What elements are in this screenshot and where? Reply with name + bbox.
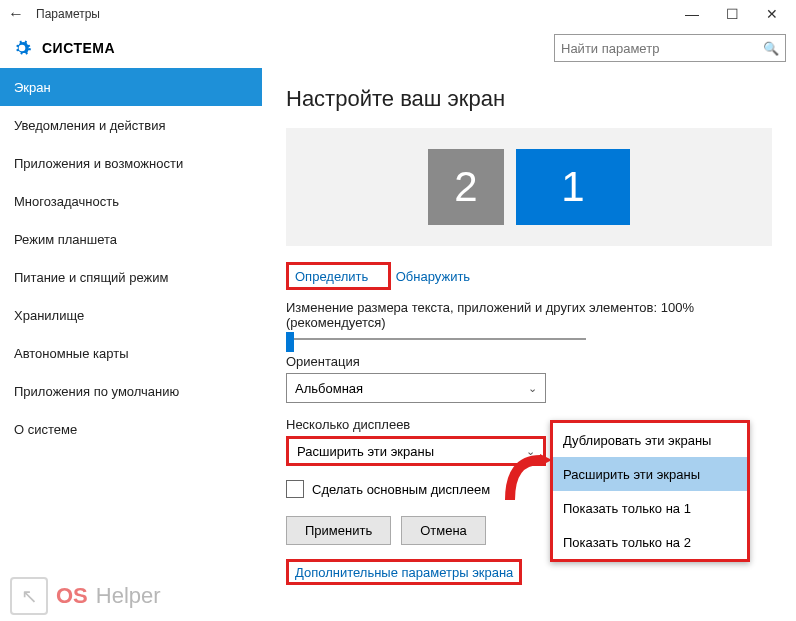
search-icon: 🔍 xyxy=(763,41,779,56)
scale-slider[interactable] xyxy=(286,338,586,340)
monitor-2[interactable]: 2 xyxy=(428,149,504,225)
dropdown-option-duplicate[interactable]: Дублировать эти экраны xyxy=(553,423,747,457)
display-preview[interactable]: 2 1 xyxy=(286,128,772,246)
minimize-button[interactable]: ― xyxy=(672,6,712,22)
sidebar-item-multitasking[interactable]: Многозадачность xyxy=(0,182,262,220)
sidebar-item-tablet[interactable]: Режим планшета xyxy=(0,220,262,258)
detect-link[interactable]: Обнаружить xyxy=(396,269,470,284)
multi-display-select[interactable]: Расширить эти экраны ⌄ xyxy=(286,436,546,466)
scale-label: Изменение размера текста, приложений и д… xyxy=(286,300,772,330)
sidebar-item-apps[interactable]: Приложения и возможности xyxy=(0,144,262,182)
dropdown-option-only-2[interactable]: Показать только на 2 xyxy=(553,525,747,559)
chevron-down-icon: ⌄ xyxy=(526,445,535,458)
apply-button[interactable]: Применить xyxy=(286,516,391,545)
watermark: ↖ OS Helper xyxy=(10,577,161,615)
search-box[interactable]: 🔍 xyxy=(554,34,786,62)
orientation-label: Ориентация xyxy=(286,354,772,369)
maximize-button[interactable]: ☐ xyxy=(712,6,752,22)
sidebar-item-power[interactable]: Питание и спящий режим xyxy=(0,258,262,296)
back-button[interactable]: ← xyxy=(4,5,28,23)
main-display-label: Сделать основным дисплеем xyxy=(312,482,490,497)
sidebar-item-display[interactable]: Экран xyxy=(0,68,262,106)
window-title: Параметры xyxy=(36,7,100,21)
dropdown-option-only-1[interactable]: Показать только на 1 xyxy=(553,491,747,525)
header-title: СИСТЕМА xyxy=(42,40,115,56)
sidebar-item-storage[interactable]: Хранилище xyxy=(0,296,262,334)
cancel-button[interactable]: Отмена xyxy=(401,516,486,545)
close-button[interactable]: ✕ xyxy=(752,6,792,22)
orientation-select[interactable]: Альбомная ⌄ xyxy=(286,373,546,403)
cursor-icon: ↖ xyxy=(10,577,48,615)
dropdown-option-extend[interactable]: Расширить эти экраны xyxy=(553,457,747,491)
sidebar: Экран Уведомления и действия Приложения … xyxy=(0,68,262,621)
main-display-checkbox[interactable] xyxy=(286,480,304,498)
monitor-1[interactable]: 1 xyxy=(516,149,630,225)
gear-icon xyxy=(12,38,32,58)
sidebar-item-default-apps[interactable]: Приложения по умолчанию xyxy=(0,372,262,410)
chevron-down-icon: ⌄ xyxy=(528,382,537,395)
sidebar-item-maps[interactable]: Автономные карты xyxy=(0,334,262,372)
slider-thumb[interactable] xyxy=(286,332,294,352)
sidebar-item-about[interactable]: О системе xyxy=(0,410,262,448)
page-title: Настройте ваш экран xyxy=(286,86,772,112)
identify-link[interactable]: Определить xyxy=(295,269,368,284)
multi-display-dropdown: Дублировать эти экраны Расширить эти экр… xyxy=(550,420,750,562)
sidebar-item-notifications[interactable]: Уведомления и действия xyxy=(0,106,262,144)
advanced-display-link[interactable]: Дополнительные параметры экрана xyxy=(295,565,513,580)
search-input[interactable] xyxy=(561,41,763,56)
